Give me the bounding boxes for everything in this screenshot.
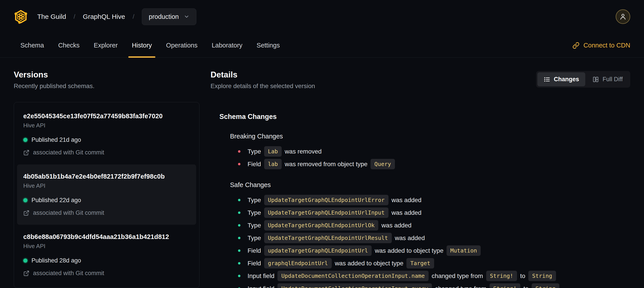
view-toggle: Changes Full Diff	[536, 71, 630, 88]
change-text: was removed from object type	[285, 161, 368, 168]
safe-bullet-icon	[238, 275, 240, 277]
tab-schema[interactable]: Schema	[14, 33, 50, 58]
change-text: Type	[248, 222, 261, 229]
breadcrumb-project[interactable]: GraphQL Hive	[83, 13, 125, 21]
breaking-bullet-icon	[238, 150, 240, 153]
git-commit-link[interactable]: associated with Git commit	[23, 270, 190, 277]
version-status: Published 22d ago	[23, 197, 190, 204]
split-columns-icon	[592, 76, 599, 83]
breaking-changes-title: Breaking Changes	[230, 133, 630, 140]
versions-subtitle: Recently published schemas.	[14, 83, 200, 90]
changes-view-label: Changes	[554, 76, 579, 83]
external-link-icon	[23, 270, 30, 276]
safe-bullet-icon	[238, 211, 240, 214]
safe-change-item: TypeUpdateTargetGraphQLEndpointUrlOkwas …	[238, 220, 630, 230]
change-text: to	[524, 285, 528, 288]
version-hash: c8b6e88a06793b9c4dfd54aaa21b36a1b421d812	[23, 233, 190, 240]
changes-view-button[interactable]: Changes	[538, 72, 585, 86]
hive-logo-icon[interactable]	[14, 10, 28, 24]
change-text: Type	[248, 148, 261, 155]
published-dot-icon	[23, 138, 28, 142]
published-dot-icon	[23, 258, 28, 263]
code-chip: UpdateDocumentCollectionOperationInput.n…	[278, 271, 428, 281]
tab-explorer[interactable]: Explorer	[87, 33, 124, 58]
change-text: Type	[248, 197, 261, 204]
change-text: was added	[382, 222, 411, 229]
schema-changes-title: Schema Changes	[220, 113, 630, 121]
git-commit-link[interactable]: associated with Git commit	[23, 209, 190, 216]
details-title: Details	[210, 70, 315, 79]
breadcrumb-org[interactable]: The Guild	[37, 13, 66, 21]
git-commit-link[interactable]: associated with Git commit	[23, 149, 190, 156]
tab-operations[interactable]: Operations	[159, 33, 204, 58]
change-text: Input field	[248, 285, 274, 288]
tabs: SchemaChecksExplorerHistoryOperationsLab…	[14, 33, 288, 58]
change-text: Field	[248, 247, 261, 254]
change-text: was removed	[285, 148, 322, 155]
code-chip: graphqlEndpointUrl	[264, 258, 332, 268]
page: The Guild / GraphQL Hive / production Sc…	[0, 0, 644, 288]
tab-history[interactable]: History	[125, 33, 158, 58]
code-chip: String	[528, 271, 556, 281]
chevron-down-icon	[184, 14, 190, 20]
tab-checks[interactable]: Checks	[52, 33, 86, 58]
safe-changes-group: Safe Changes TypeUpdateTargetGraphQLEndp…	[220, 181, 630, 288]
safe-bullet-icon	[238, 249, 240, 252]
change-text: was added to object type	[335, 260, 404, 267]
code-chip: String!	[486, 271, 517, 281]
breaking-change-item: Fieldlabwas removed from object typeQuer…	[238, 159, 630, 169]
tab-bar: SchemaChecksExplorerHistoryOperationsLab…	[0, 33, 644, 58]
safe-bullet-icon	[238, 199, 240, 201]
breadcrumb-separator: /	[133, 13, 134, 20]
external-link-icon	[23, 150, 30, 156]
change-text: Type	[248, 209, 261, 216]
user-icon	[619, 13, 627, 21]
breaking-change-item: TypeLabwas removed	[238, 146, 630, 157]
avatar-button[interactable]	[616, 9, 630, 24]
safe-change-item: Input fieldUpdateDocumentCollectionOpera…	[238, 283, 630, 288]
version-status: Published 28d ago	[23, 257, 190, 264]
safe-changes-title: Safe Changes	[230, 181, 630, 189]
breaking-changes-list: TypeLabwas removedFieldlabwas removed fr…	[230, 146, 630, 169]
schema-changes-section: Schema Changes Breaking Changes TypeLabw…	[210, 113, 630, 288]
version-item[interactable]: a823f6db2a55df877dcf406006abca97fcc4858c…	[17, 285, 196, 288]
version-service-name: Hive API	[23, 122, 190, 129]
details-header: Details Explore details of the selected …	[210, 70, 630, 90]
version-item[interactable]: e2e55045345ce13fe07f52a77459b83fa3fe7020…	[17, 104, 196, 164]
list-icon	[544, 76, 550, 83]
external-link-icon	[23, 210, 30, 216]
code-chip: UpdateDocumentCollectionOperationInput.q…	[278, 283, 432, 288]
connect-cdn-link[interactable]: Connect to CDN	[572, 42, 630, 49]
full-diff-view-button[interactable]: Full Diff	[586, 72, 629, 86]
versions-title: Versions	[14, 70, 200, 79]
safe-change-item: FieldupdateTargetGraphQLEndpointUrlwas a…	[238, 245, 630, 256]
code-chip: String!	[490, 283, 520, 288]
change-text: was added	[392, 197, 422, 204]
version-status: Published 21d ago	[23, 136, 190, 143]
change-text: changed type from	[435, 285, 486, 288]
code-chip: lab	[264, 159, 282, 169]
code-chip: UpdateTargetGraphQLEndpointUrlOk	[264, 220, 378, 230]
version-list: e2e55045345ce13fe07f52a77459b83fa3fe7020…	[14, 102, 200, 288]
published-label: Published 28d ago	[32, 257, 81, 264]
safe-change-item: FieldgraphqlEndpointUrlwas added to obje…	[238, 258, 630, 268]
git-commit-label: associated with Git commit	[33, 270, 104, 277]
code-chip: updateTargetGraphQLEndpointUrl	[264, 245, 372, 256]
version-item[interactable]: 4b05ab51b1b4a7e2e4b0ef82172f2b9f7ef98c0b…	[17, 164, 196, 225]
details-titles: Details Explore details of the selected …	[210, 70, 315, 90]
tab-settings[interactable]: Settings	[250, 33, 286, 58]
version-item[interactable]: c8b6e88a06793b9c4dfd54aaa21b36a1b421d812…	[17, 225, 196, 285]
change-text: Field	[248, 260, 261, 267]
change-text: was added	[395, 234, 425, 242]
main-content: Versions Recently published schemas. e2e…	[0, 58, 644, 288]
details-subtitle: Explore details of the selected version	[210, 83, 315, 90]
code-chip: UpdateTargetGraphQLEndpointUrlResult	[264, 233, 392, 243]
version-hash: e2e55045345ce13fe07f52a77459b83fa3fe7020	[23, 113, 190, 120]
full-diff-view-label: Full Diff	[602, 76, 623, 83]
safe-bullet-icon	[238, 237, 240, 239]
target-selector[interactable]: production	[142, 9, 196, 25]
details-panel: Details Explore details of the selected …	[210, 70, 630, 288]
change-text: was added to object type	[375, 247, 444, 254]
breadcrumb-separator: /	[74, 13, 75, 20]
tab-laboratory[interactable]: Laboratory	[205, 33, 249, 58]
